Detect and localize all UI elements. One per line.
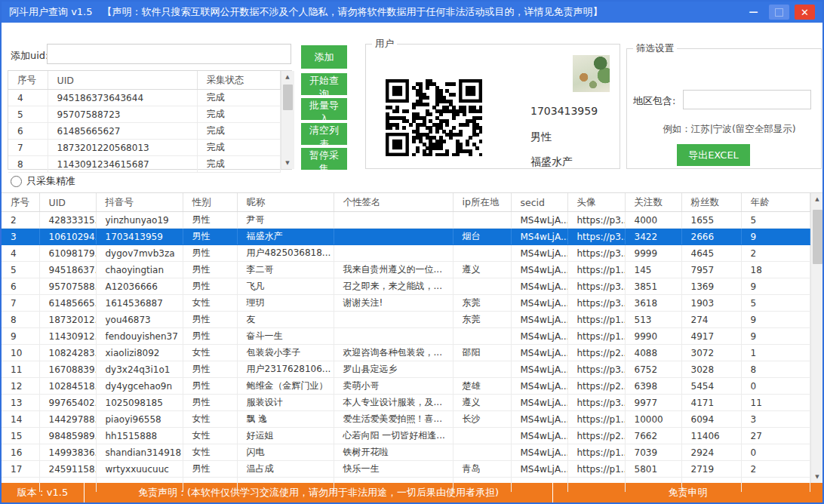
results-cell-douyin[interactable]: you46873 xyxy=(96,312,183,328)
uid-cell-seq[interactable]: 5 xyxy=(8,106,48,123)
results-cell-nickname[interactable]: 李二哥 xyxy=(237,262,334,278)
uid-cell-seq[interactable]: 8 xyxy=(8,156,48,173)
results-cell-ip[interactable]: 遵义 xyxy=(453,395,511,411)
results-cell-following[interactable]: 145 xyxy=(625,262,681,278)
results-cell-douyin[interactable]: 1703413959 xyxy=(96,229,183,245)
results-cell-seq[interactable]: 10 xyxy=(2,345,39,361)
uid-scroll-thumb[interactable] xyxy=(283,85,293,110)
results-cell-signature[interactable] xyxy=(334,328,453,345)
results-cell-following[interactable]: 9977 xyxy=(625,395,681,411)
results-cell-fans[interactable]: 2719 xyxy=(681,461,741,478)
results-cell-nickname[interactable]: 友 xyxy=(237,312,334,328)
results-cell-gender[interactable]: 男性 xyxy=(183,229,237,245)
results-col-fans[interactable]: 粉丝数 xyxy=(681,193,741,212)
results-cell-uid[interactable]: 10610294... xyxy=(39,229,96,245)
results-col-age[interactable]: 年龄 xyxy=(741,193,810,212)
results-cell-fans[interactable]: 4645 xyxy=(681,245,741,262)
results-cell-nickname[interactable]: 包装袋小李子 xyxy=(237,345,334,361)
results-cell-signature[interactable]: 罗山县定远乡 xyxy=(334,361,453,378)
uid-table-scrollbar[interactable]: ▲ ▼ xyxy=(281,71,294,169)
results-cell-gender[interactable]: 男性 xyxy=(183,278,237,295)
results-cell-fans[interactable]: 1903 xyxy=(681,295,741,312)
uid-col-uid[interactable]: UID xyxy=(48,71,197,90)
results-col-uid[interactable]: UID xyxy=(39,193,96,212)
results-cell-uid[interactable]: 11430912... xyxy=(39,328,96,345)
results-cell-ip[interactable]: 青岛 xyxy=(453,461,511,478)
results-cell-gender[interactable]: 女性 xyxy=(183,295,237,312)
results-cell-following[interactable]: 4000 xyxy=(625,212,681,229)
results-cell-seq[interactable]: 4 xyxy=(2,245,39,262)
uid-cell-status[interactable]: 完成 xyxy=(197,90,280,106)
results-cell-gender[interactable]: 男性 xyxy=(183,378,237,395)
results-cell-nickname[interactable]: 用户2317628106... xyxy=(237,361,334,378)
results-cell-uid[interactable]: 14429788... xyxy=(39,411,96,428)
results-cell-age[interactable]: 9 xyxy=(741,328,810,345)
results-cell-avatar[interactable]: https://p1... xyxy=(567,411,625,428)
results-cell-uid[interactable]: 14993836... xyxy=(39,444,96,461)
results-cell-douyin[interactable]: yinzhunyao19 xyxy=(96,212,183,229)
results-cell-seq[interactable]: 14 xyxy=(2,411,39,428)
results-cell-gender[interactable]: 女性 xyxy=(183,411,237,428)
uid-cell-uid[interactable]: 61485665627 xyxy=(48,123,197,140)
results-cell-douyin[interactable]: 1614536887 xyxy=(96,295,183,312)
results-cell-seq[interactable]: 16 xyxy=(2,444,39,461)
precise-only-option[interactable]: 只采集精准 xyxy=(11,174,75,188)
results-cell-ip[interactable]: 东莞 xyxy=(453,295,511,312)
results-cell-secid[interactable]: MS4wLjA... xyxy=(511,212,567,229)
results-cell-age[interactable]: 9 xyxy=(741,229,810,245)
results-col-ip[interactable]: ip所在地 xyxy=(453,193,511,212)
results-cell-age[interactable]: 3 xyxy=(741,411,810,428)
results-row[interactable]: 594518637...chaoyingtian男性李二哥我来自贵州遵义的一位.… xyxy=(2,262,810,278)
results-cell-avatar[interactable]: https://p1... xyxy=(567,461,625,478)
results-cell-uid[interactable]: 95707588... xyxy=(39,278,96,295)
results-cell-avatar[interactable]: https://p2... xyxy=(567,428,625,444)
results-cell-ip[interactable]: 遵义 xyxy=(453,262,511,278)
results-cell-fans[interactable]: 1369 xyxy=(681,278,741,295)
results-cell-avatar[interactable]: https://p3... xyxy=(567,245,625,262)
batch-import-button[interactable]: 批量导入 xyxy=(301,98,347,120)
results-cell-avatar[interactable]: https://p1... xyxy=(567,262,625,278)
minimize-icon[interactable]: — xyxy=(743,5,764,20)
results-cell-secid[interactable]: MS4wLjA... xyxy=(511,229,567,245)
results-cell-nickname[interactable]: 理玥 xyxy=(237,295,334,312)
results-row[interactable]: 1010824283...xiaolizi8092女性包装袋小李子欢迎咨询各种包… xyxy=(2,345,810,361)
uid-col-status[interactable]: 采集状态 xyxy=(197,71,280,90)
results-cell-douyin[interactable]: piaoyi96558 xyxy=(96,411,183,428)
results-cell-ip[interactable] xyxy=(453,245,511,262)
results-cell-secid[interactable]: MS4wLjA... xyxy=(511,312,567,328)
results-cell-signature[interactable]: 心若向阳 一切皆好相逢... xyxy=(334,428,453,444)
results-cell-seq[interactable]: 13 xyxy=(2,395,39,411)
results-cell-seq[interactable]: 9 xyxy=(2,328,39,345)
uid-row[interactable]: 4945186373643644完成 xyxy=(8,90,280,106)
results-row[interactable]: 1598485989...hh1515888女性好运姐心若向阳 一切皆好相逢..… xyxy=(2,428,810,444)
results-cell-avatar[interactable]: https://p3... xyxy=(567,278,625,295)
results-row[interactable]: 242833315...yinzhunyao19男性尹哥MS4wLjA...ht… xyxy=(2,212,810,229)
results-cell-gender[interactable]: 男性 xyxy=(183,361,237,378)
results-cell-seq[interactable]: 3 xyxy=(2,229,39,245)
uid-row[interactable]: 661485665627完成 xyxy=(8,123,280,140)
results-cell-following[interactable]: 3422 xyxy=(625,229,681,245)
add-button[interactable]: 添加 xyxy=(301,45,347,69)
results-col-douyin[interactable]: 抖音号 xyxy=(96,193,183,212)
results-cell-secid[interactable]: MS4wLjA... xyxy=(511,395,567,411)
results-cell-douyin[interactable]: 1025098185 xyxy=(96,395,183,411)
results-cell-following[interactable]: 5801 xyxy=(625,461,681,478)
results-cell-fans[interactable]: 274 xyxy=(681,312,741,328)
uid-cell-uid[interactable]: 1143091234615687 xyxy=(48,156,197,173)
results-cell-nickname[interactable]: 尹哥 xyxy=(237,212,334,229)
results-cell-douyin[interactable]: A12036666 xyxy=(96,278,183,295)
results-cell-ip[interactable] xyxy=(453,444,511,461)
uid-cell-seq[interactable]: 4 xyxy=(8,90,48,106)
results-cell-nickname[interactable]: 服装设计 xyxy=(237,395,334,411)
results-cell-gender[interactable]: 男性 xyxy=(183,245,237,262)
results-row[interactable]: 1414429788...piaoyi96558女性飘 逸爱生活爱美爱拍照！喜.… xyxy=(2,411,810,428)
results-cell-avatar[interactable]: https://p2... xyxy=(567,378,625,395)
uid-cell-seq[interactable]: 6 xyxy=(8,123,48,140)
results-cell-fans[interactable]: 7957 xyxy=(681,262,741,278)
results-col-seq[interactable]: 序号 xyxy=(2,193,39,212)
results-cell-seq[interactable]: 6 xyxy=(2,278,39,295)
uid-cell-status[interactable]: 完成 xyxy=(197,123,280,140)
results-cell-signature[interactable]: 铁树开花啦 xyxy=(334,444,453,461)
results-col-gender[interactable]: 性别 xyxy=(183,193,237,212)
results-cell-ip[interactable]: 邵阳 xyxy=(453,345,511,361)
